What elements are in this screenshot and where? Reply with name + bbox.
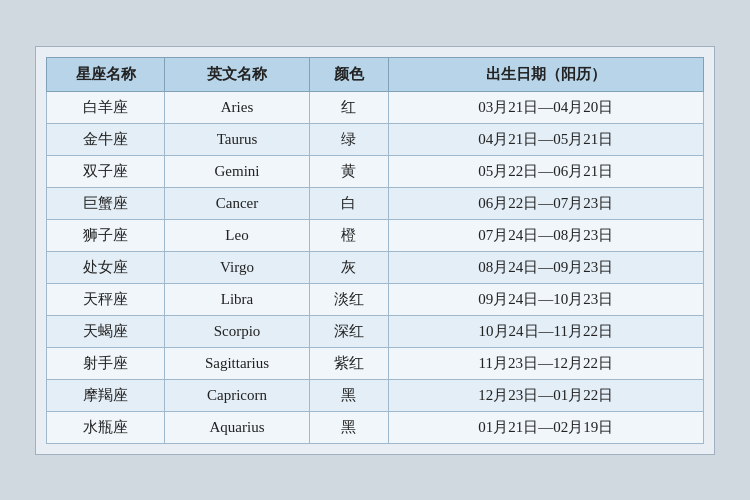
cell-date: 12月23日—01月22日 <box>388 379 703 411</box>
zodiac-table: 星座名称 英文名称 颜色 出生日期（阳历） 白羊座Aries红03月21日—04… <box>46 57 704 444</box>
cell-color: 灰 <box>309 251 388 283</box>
header-english: 英文名称 <box>165 57 310 91</box>
table-row: 射手座Sagittarius紫红11月23日—12月22日 <box>47 347 704 379</box>
table-row: 双子座Gemini黄05月22日—06月21日 <box>47 155 704 187</box>
cell-color: 白 <box>309 187 388 219</box>
table-row: 狮子座Leo橙07月24日—08月23日 <box>47 219 704 251</box>
cell-english: Sagittarius <box>165 347 310 379</box>
cell-english: Capricorn <box>165 379 310 411</box>
cell-chinese: 巨蟹座 <box>47 187 165 219</box>
cell-chinese: 狮子座 <box>47 219 165 251</box>
cell-date: 04月21日—05月21日 <box>388 123 703 155</box>
table-row: 水瓶座Aquarius黑01月21日—02月19日 <box>47 411 704 443</box>
header-date: 出生日期（阳历） <box>388 57 703 91</box>
cell-color: 紫红 <box>309 347 388 379</box>
cell-color: 黑 <box>309 411 388 443</box>
cell-date: 10月24日—11月22日 <box>388 315 703 347</box>
cell-date: 06月22日—07月23日 <box>388 187 703 219</box>
cell-date: 11月23日—12月22日 <box>388 347 703 379</box>
header-color: 颜色 <box>309 57 388 91</box>
table-header-row: 星座名称 英文名称 颜色 出生日期（阳历） <box>47 57 704 91</box>
cell-chinese: 射手座 <box>47 347 165 379</box>
cell-chinese: 金牛座 <box>47 123 165 155</box>
cell-english: Virgo <box>165 251 310 283</box>
cell-english: Leo <box>165 219 310 251</box>
cell-chinese: 天秤座 <box>47 283 165 315</box>
cell-english: Scorpio <box>165 315 310 347</box>
table-row: 天秤座Libra淡红09月24日—10月23日 <box>47 283 704 315</box>
cell-date: 09月24日—10月23日 <box>388 283 703 315</box>
cell-chinese: 水瓶座 <box>47 411 165 443</box>
zodiac-table-container: 星座名称 英文名称 颜色 出生日期（阳历） 白羊座Aries红03月21日—04… <box>35 46 715 455</box>
cell-english: Taurus <box>165 123 310 155</box>
cell-date: 05月22日—06月21日 <box>388 155 703 187</box>
cell-color: 红 <box>309 91 388 123</box>
cell-english: Aries <box>165 91 310 123</box>
cell-english: Aquarius <box>165 411 310 443</box>
cell-chinese: 双子座 <box>47 155 165 187</box>
table-row: 白羊座Aries红03月21日—04月20日 <box>47 91 704 123</box>
cell-color: 淡红 <box>309 283 388 315</box>
cell-chinese: 处女座 <box>47 251 165 283</box>
cell-date: 07月24日—08月23日 <box>388 219 703 251</box>
cell-chinese: 摩羯座 <box>47 379 165 411</box>
cell-color: 绿 <box>309 123 388 155</box>
table-row: 天蝎座Scorpio深红10月24日—11月22日 <box>47 315 704 347</box>
table-row: 金牛座Taurus绿04月21日—05月21日 <box>47 123 704 155</box>
cell-date: 03月21日—04月20日 <box>388 91 703 123</box>
cell-date: 01月21日—02月19日 <box>388 411 703 443</box>
table-row: 摩羯座Capricorn黑12月23日—01月22日 <box>47 379 704 411</box>
cell-date: 08月24日—09月23日 <box>388 251 703 283</box>
cell-english: Cancer <box>165 187 310 219</box>
cell-color: 黄 <box>309 155 388 187</box>
cell-chinese: 天蝎座 <box>47 315 165 347</box>
cell-english: Libra <box>165 283 310 315</box>
cell-english: Gemini <box>165 155 310 187</box>
cell-color: 深红 <box>309 315 388 347</box>
cell-chinese: 白羊座 <box>47 91 165 123</box>
header-chinese: 星座名称 <box>47 57 165 91</box>
cell-color: 橙 <box>309 219 388 251</box>
table-row: 巨蟹座Cancer白06月22日—07月23日 <box>47 187 704 219</box>
cell-color: 黑 <box>309 379 388 411</box>
table-row: 处女座Virgo灰08月24日—09月23日 <box>47 251 704 283</box>
